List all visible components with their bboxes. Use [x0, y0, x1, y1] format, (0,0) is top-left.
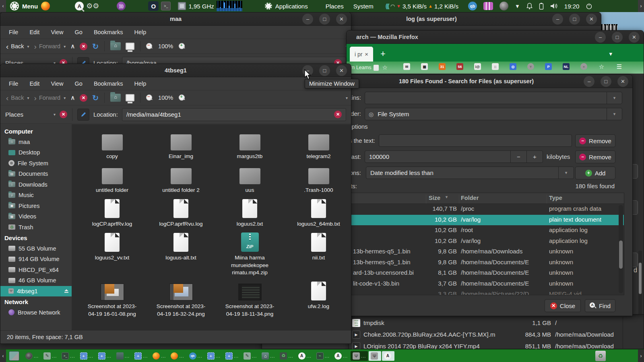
maximize-button[interactable]: □: [319, 65, 330, 76]
taskbar-item[interactable]: ...: [60, 351, 77, 361]
sidebar-item[interactable]: Pictures: [0, 201, 72, 212]
taskbar-item[interactable]: ...: [260, 351, 277, 361]
results-scrollbar[interactable]: [619, 205, 623, 293]
taskbar-item[interactable]: [382, 351, 394, 361]
size-column-header[interactable]: Size: [429, 195, 440, 201]
taskbar-item[interactable]: ...: [78, 351, 95, 361]
maximize-button[interactable]: □: [601, 76, 611, 87]
sidebar-item[interactable]: 4tbseg1: [0, 286, 72, 297]
taskbar-item[interactable]: [369, 351, 381, 361]
forward-button[interactable]: ›Forward▾: [32, 41, 68, 52]
close-button[interactable]: ✕: [586, 14, 597, 25]
extension-icon[interactable]: ✉: [403, 63, 410, 70]
file-grid-item[interactable]: logCP.aprfRvu.log: [147, 194, 215, 228]
panel-collapse-right-icon[interactable]: ›: [638, 0, 644, 12]
sidebar-item[interactable]: 914 GB Volume: [0, 254, 72, 265]
panel-clock[interactable]: 19:20: [564, 3, 580, 10]
close-button[interactable]: ✕: [336, 14, 347, 25]
folder-column-header[interactable]: Folder: [461, 195, 479, 201]
result-row[interactable]: 10,2 GB /var/log application log: [348, 236, 624, 247]
menu-item[interactable]: Go: [70, 78, 88, 89]
file-grid-item[interactable]: loguus-alt.txt: [147, 228, 215, 277]
zoom-in-button[interactable]: +: [176, 41, 188, 51]
sidebar-item[interactable]: HBCD_PE_x64: [0, 265, 72, 276]
firefox-titlebar[interactable]: arch — Mozilla Firefox – □ ✕: [347, 31, 644, 44]
shutdown-icon[interactable]: [586, 3, 592, 10]
file-grid-item[interactable]: margus2tb: [215, 127, 284, 160]
up-button[interactable]: ∧: [68, 41, 77, 51]
cpu-frequency[interactable]: 1,95 GHz: [188, 3, 214, 10]
tab-close-icon[interactable]: ×: [365, 51, 368, 58]
zoom-in-button[interactable]: +: [176, 93, 188, 103]
file-grid-item[interactable]: Screenshot at 2023-04-19 18-11-34.png: [215, 277, 284, 318]
scrollbar[interactable]: [638, 251, 642, 314]
tab-list-dropdown-icon[interactable]: ▾: [609, 50, 612, 58]
spin-down-button[interactable]: −: [510, 151, 526, 162]
close-sidebar-icon[interactable]: ✕: [60, 111, 67, 118]
extension-icon[interactable]: ☆: [598, 63, 605, 70]
result-row[interactable]: ard-13b-uncensored.bi 8,1 GB /home/maa/D…: [348, 268, 624, 279]
taskbar-item[interactable]: ...: [151, 351, 168, 361]
settings-gears-icon[interactable]: ⚙⚙: [86, 2, 99, 10]
taskbar-item[interactable]: ...: [242, 351, 259, 361]
menu-item[interactable]: Help: [129, 27, 151, 37]
system-menu[interactable]: System: [353, 3, 374, 10]
places-combo[interactable]: Places ▾ ✕: [0, 111, 72, 118]
available-options-select[interactable]: Date modified less than ▾: [366, 167, 574, 179]
result-row[interactable]: lit-code-v1-3b.bin 3,7 GB /home/maa/Docu…: [348, 279, 624, 290]
extension-icon[interactable]: i@: [474, 63, 481, 70]
applications-menu-icon[interactable]: [265, 2, 272, 10]
extension-icon[interactable]: ☰: [616, 63, 623, 70]
computer-button[interactable]: [123, 93, 137, 103]
size-spinner[interactable]: 100000 − +: [365, 150, 543, 163]
back-button[interactable]: ‹Back▾: [4, 93, 32, 103]
file-grid-item[interactable]: .Trash-1000: [284, 160, 351, 194]
taskbar-item[interactable]: ...: [96, 351, 114, 361]
file-grid-item[interactable]: Einar_img: [147, 127, 215, 160]
file-grid-item[interactable]: uus: [215, 160, 284, 194]
result-row[interactable]: 10,2 GB /var/log plain text document: [348, 215, 624, 226]
menu-item[interactable]: View: [45, 78, 68, 89]
taskbar-item[interactable]: ...: [132, 351, 150, 361]
menu-item[interactable]: File: [4, 78, 23, 89]
file-grid-item[interactable]: logCP.aprfRv.log: [78, 194, 147, 228]
sidebar-item[interactable]: 55 GB Volume: [0, 243, 72, 254]
minimize-button[interactable]: –: [552, 14, 563, 25]
tor-browser-icon[interactable]: ))): [117, 2, 126, 10]
network-up-speed[interactable]: 1,2 KiB/s: [434, 3, 458, 10]
file-grid-item[interactable]: nii.txt: [284, 228, 351, 277]
menu-item[interactable]: Edit: [24, 27, 45, 37]
file-grid-item[interactable]: ufw.2.log: [284, 277, 351, 318]
mate-menu-icon[interactable]: [10, 2, 19, 10]
file-grid-item[interactable]: untitled folder 2: [147, 160, 215, 194]
taskbar-collapse-left-icon[interactable]: ‹: [0, 350, 6, 362]
find-button[interactable]: Find: [585, 299, 615, 312]
clear-location-icon[interactable]: ✕: [334, 111, 342, 118]
taskbar-item[interactable]: ...: [278, 351, 295, 361]
menu-item[interactable]: File: [4, 27, 23, 37]
panel-collapse-left-icon[interactable]: ‹: [0, 0, 6, 12]
notification-bell-icon[interactable]: [526, 3, 533, 10]
taskbar-collapse-right-icon[interactable]: ›: [638, 350, 644, 362]
view-dropdown-icon[interactable]: ▾: [346, 96, 348, 100]
network-down-speed[interactable]: 3,5 KiB/s: [402, 3, 427, 10]
menu-item[interactable]: Edit: [24, 78, 45, 89]
media-tray-icon[interactable]: [483, 2, 493, 10]
combo-dropdown-icon[interactable]: ▾: [607, 92, 622, 104]
combo-dropdown-icon[interactable]: ▾: [607, 108, 622, 120]
taskbar-item[interactable]: ...: [169, 351, 186, 361]
stop-button[interactable]: ✕: [77, 93, 90, 103]
extension-icon[interactable]: 31: [439, 63, 446, 70]
file-grid-item[interactable]: loguus2_vv.txt: [78, 228, 147, 277]
sidebar-item[interactable]: Downloads: [0, 179, 72, 190]
back-button[interactable]: ‹Back▾: [4, 41, 32, 52]
taskbar-item[interactable]: [7, 350, 23, 362]
home-button[interactable]: [108, 41, 123, 52]
sidebar-item[interactable]: Desktop: [0, 147, 72, 158]
extension-icon[interactable]: ▦: [421, 63, 428, 70]
result-row[interactable]: 140,7 TB /proc program crash data: [348, 204, 624, 215]
file-grid-item[interactable]: Miina harma murueidekopee rimatu.mp4.zip: [215, 228, 284, 277]
sidebar-item[interactable]: Documents: [0, 169, 72, 179]
file-grid-item[interactable]: copy: [78, 127, 147, 160]
remove-rule-button[interactable]: − Remove: [575, 150, 615, 163]
